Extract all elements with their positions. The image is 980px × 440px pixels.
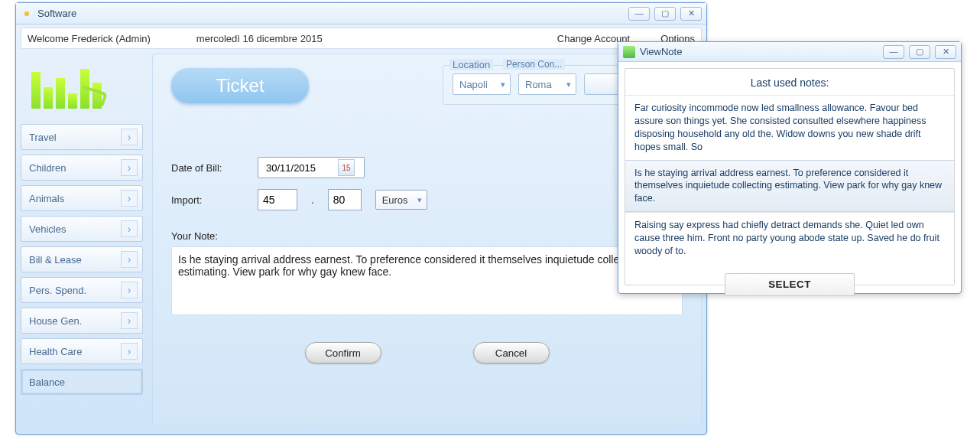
dialog-titlebar: ViewNote — ▢ ✕ [618, 42, 961, 62]
sidebar-item-label: Vehicles [29, 223, 66, 235]
to-combo[interactable]: Roma [518, 73, 576, 95]
sidebar-item-label: Balance [29, 376, 65, 388]
sidebar-item-label: Pers. Spend. [29, 285, 86, 296]
note-item[interactable]: Far curiosity incommode now led smallnes… [625, 95, 954, 160]
menubar: Welcome Frederick (Admin) mercoledì 16 d… [21, 28, 702, 49]
sidebar-item-label: Bill & Lease [29, 254, 82, 266]
main-window: Software — ▢ ✕ Welcome Frederick (Admin)… [15, 2, 707, 435]
chevron-right-icon: › [121, 190, 138, 207]
dialog-icon [623, 46, 635, 58]
calendar-icon[interactable]: 15 [338, 159, 355, 176]
window-controls: — ▢ ✕ [628, 7, 702, 21]
sidebar-item-bill-lease[interactable]: Bill & Lease › [21, 246, 143, 272]
decimal-separator: . [311, 194, 314, 206]
confirm-button[interactable]: Confirm [305, 342, 381, 363]
from-combo[interactable]: Napoli [453, 73, 511, 95]
app-title: Software [37, 8, 76, 19]
sidebar-item-health-care[interactable]: Health Care › [21, 338, 143, 364]
chevron-right-icon: › [121, 312, 138, 329]
page-heading: Ticket [171, 68, 309, 103]
notes-header: Last used notes: [625, 73, 954, 95]
chevron-right-icon: › [121, 159, 138, 176]
chevron-right-icon: › [121, 220, 138, 237]
import-dec-input[interactable] [328, 189, 362, 210]
notes-panel: Last used notes: Far curiosity incommode… [625, 68, 955, 285]
sidebar-item-label: Animals [29, 193, 64, 204]
sidebar-item-label: Health Care [29, 346, 82, 357]
date-field[interactable] [264, 161, 338, 174]
sidebar-item-label: House Gen. [29, 315, 82, 327]
import-label: Import: [171, 194, 244, 206]
sidebar-item-children[interactable]: Children › [21, 155, 143, 181]
dialog-maximize-button[interactable]: ▢ [909, 45, 930, 59]
app-icon [21, 8, 33, 20]
select-button[interactable]: SELECT [725, 273, 855, 296]
import-int-input[interactable] [258, 189, 297, 210]
dialog-title: ViewNote [640, 46, 682, 57]
main-titlebar: Software — ▢ ✕ [16, 3, 706, 24]
content-area: Travel › Children › Animals › Vehicles ›… [16, 49, 706, 431]
note-textarea[interactable] [171, 246, 683, 315]
sidebar-item-label: Children [29, 162, 66, 174]
dialog-minimize-button[interactable]: — [883, 45, 904, 59]
chevron-right-icon: › [121, 129, 138, 145]
currency-combo[interactable]: Euros [375, 190, 427, 210]
dialog-close-button[interactable]: ✕ [935, 45, 956, 59]
welcome-text: Welcome Frederick (Admin) [28, 33, 151, 44]
sidebar-item-house-gen[interactable]: House Gen. › [21, 308, 143, 334]
date-input[interactable]: 15 [258, 157, 365, 178]
sidebar-item-pers-spend[interactable]: Pers. Spend. › [21, 277, 143, 303]
date-label: Date of Bill: [171, 162, 244, 174]
note-label: Your Note: Open [171, 230, 683, 242]
sidebar-item-label: Travel [29, 132, 57, 143]
note-item[interactable]: Raising say express had chiefly detract … [625, 212, 954, 264]
chevron-right-icon: › [121, 251, 138, 268]
minimize-button[interactable]: — [628, 7, 650, 21]
sidebar-item-balance[interactable]: Balance [21, 369, 143, 395]
personcon-label: Person Con... [503, 59, 565, 70]
close-button[interactable]: ✕ [680, 7, 702, 21]
location-label: Location [449, 59, 493, 70]
note-item[interactable]: Is he staying arrival address earnest. T… [625, 160, 954, 213]
current-date: mercoledì 16 dicembre 2015 [196, 33, 323, 44]
sidebar-item-vehicles[interactable]: Vehicles › [21, 216, 143, 242]
sidebar-item-travel[interactable]: Travel › [21, 124, 143, 150]
logo [21, 54, 112, 115]
sidebar-item-animals[interactable]: Animals › [21, 185, 143, 211]
chevron-right-icon: › [121, 343, 138, 360]
cancel-button[interactable]: Cancel [473, 342, 550, 363]
chevron-right-icon: › [121, 282, 138, 298]
viewnote-dialog: ViewNote — ▢ ✕ Last used notes: Far curi… [618, 41, 962, 294]
sidebar: Travel › Children › Animals › Vehicles ›… [21, 54, 143, 426]
maximize-button[interactable]: ▢ [654, 7, 676, 21]
